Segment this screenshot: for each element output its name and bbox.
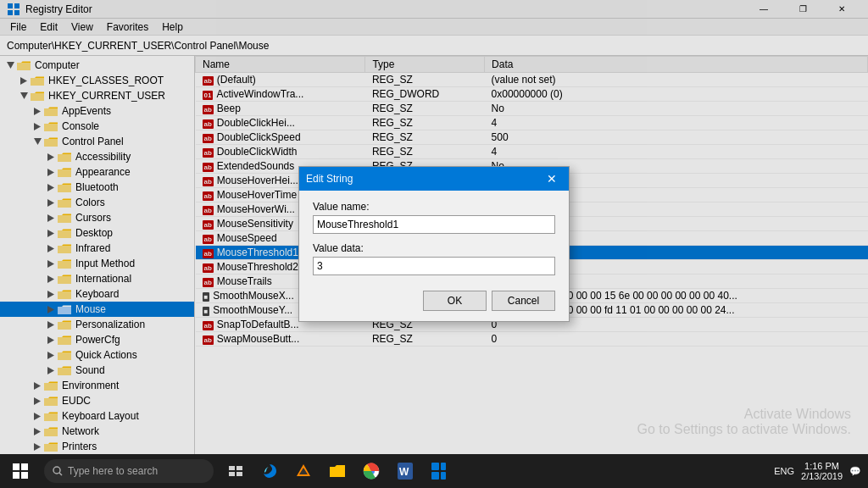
taskbar-pinned-apps: W [220, 454, 454, 488]
taskbar-date-display: 2/13/2019 [801, 471, 843, 481]
task-view-icon [229, 466, 242, 476]
cancel-button[interactable]: Cancel [492, 291, 555, 311]
dialog-title-bar: Edit String ✕ [299, 167, 569, 191]
search-icon [53, 466, 63, 476]
svg-text:W: W [399, 466, 409, 478]
taskbar-search[interactable]: Type here to search [44, 459, 214, 483]
taskbar-right: ENG 1:16 PM 2/13/2019 💬 [774, 461, 868, 481]
svg-rect-39 [13, 472, 19, 479]
edit-string-dialog: Edit String ✕ Value name: Value data: OK… [298, 166, 570, 322]
taskbar-language: ENG [774, 466, 794, 476]
folder-icon [329, 464, 346, 478]
regedit-taskbar-icon[interactable] [424, 454, 454, 488]
vlc-icon[interactable] [288, 454, 319, 488]
windows-logo-icon [13, 463, 28, 479]
word-icon[interactable]: W [390, 454, 420, 488]
registry-editor-icon [431, 463, 447, 480]
svg-rect-38 [21, 463, 28, 470]
svg-line-42 [59, 473, 62, 475]
chrome-browser-icon [363, 463, 380, 480]
word-app-icon: W [398, 463, 413, 480]
svg-rect-53 [431, 463, 439, 470]
value-data-label: Value data: [313, 242, 555, 254]
dialog-buttons: OK Cancel [313, 291, 555, 311]
taskbar: Type here to search [0, 454, 868, 488]
value-name-label: Value name: [313, 201, 555, 213]
value-data-input[interactable] [313, 257, 555, 275]
dialog-title: Edit String [306, 173, 353, 185]
svg-rect-54 [431, 472, 439, 480]
svg-rect-46 [236, 472, 242, 476]
svg-rect-45 [229, 472, 235, 476]
value-name-input[interactable] [313, 215, 555, 234]
task-view-button[interactable] [220, 454, 251, 488]
dialog-body: Value name: Value data: OK Cancel [299, 191, 569, 321]
taskbar-time-display: 1:16 PM [801, 461, 843, 471]
edge-browser-icon [261, 463, 278, 480]
start-pinned-1[interactable] [322, 454, 353, 488]
svg-rect-44 [236, 466, 242, 470]
svg-rect-55 [441, 463, 446, 470]
svg-rect-37 [13, 463, 19, 470]
taskbar-clock: 1:16 PM 2/13/2019 [801, 461, 843, 481]
notification-icon[interactable]: 💬 [849, 466, 861, 477]
start-button[interactable] [0, 454, 41, 488]
svg-point-41 [53, 467, 60, 474]
ok-button[interactable]: OK [423, 291, 487, 311]
svg-rect-43 [229, 466, 235, 470]
dialog-close-button[interactable]: ✕ [542, 169, 562, 189]
svg-rect-40 [21, 472, 28, 479]
vlc-media-player-icon [295, 463, 312, 480]
chrome-icon[interactable] [356, 454, 387, 488]
modal-overlay: Edit String ✕ Value name: Value data: OK… [0, 0, 868, 488]
edge-icon[interactable] [254, 454, 285, 488]
svg-rect-56 [441, 472, 446, 480]
search-placeholder: Type here to search [68, 465, 158, 477]
